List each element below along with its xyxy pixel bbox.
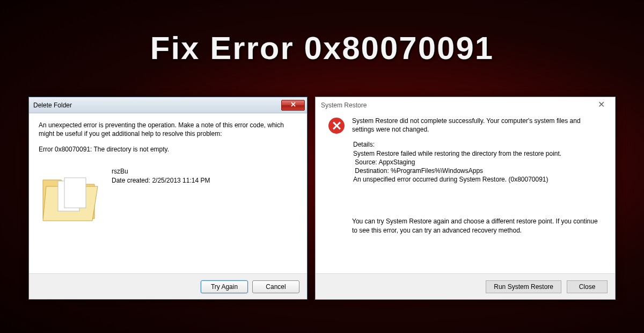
dialog-title: Delete Folder — [33, 102, 281, 109]
close-button[interactable]: ✕ — [281, 100, 305, 111]
titlebar: Delete Folder ✕ — [29, 97, 307, 113]
error-code-text: Error 0x80070091: The directory is not e… — [39, 146, 297, 153]
error-intro-text: An unexpected error is preventing the op… — [39, 121, 297, 138]
dialog-footer: Run System Restore Close — [316, 273, 615, 299]
detail-destination: Destination: %ProgramFiles%\WindowsApps — [352, 166, 602, 175]
detail-error: An unspecified error occurred during Sys… — [352, 175, 602, 184]
svg-rect-1 — [64, 178, 86, 208]
delete-folder-dialog: Delete Folder ✕ An unexpected error is p… — [28, 97, 308, 300]
detail-source: Source: AppxStaging — [352, 158, 602, 166]
dialog-title: System Restore — [321, 102, 590, 109]
close-button[interactable]: ✕ — [590, 99, 612, 112]
detail-line: System Restore failed while restoring th… — [352, 149, 602, 158]
close-button[interactable]: Close — [567, 280, 608, 293]
dialog-body: An unexpected error is preventing the op… — [29, 113, 307, 273]
retry-message: You can try System Restore again and cho… — [352, 217, 602, 234]
page-heading: Fix Error 0x80070091 — [0, 30, 644, 67]
details-label: Details: — [352, 140, 602, 149]
details-block: Details: System Restore failed while res… — [352, 140, 602, 184]
system-restore-dialog: System Restore ✕ System Restore did not … — [315, 97, 616, 300]
try-again-button[interactable]: Try Again — [201, 280, 248, 293]
error-icon — [328, 118, 345, 134]
dialog-body: System Restore did not complete successf… — [316, 113, 615, 273]
run-system-restore-button[interactable]: Run System Restore — [486, 280, 561, 293]
titlebar: System Restore ✕ — [316, 97, 615, 113]
file-name: rszBu — [112, 167, 210, 176]
file-date: Date created: 2/25/2013 11:14 PM — [112, 176, 210, 185]
folder-icon — [39, 165, 103, 229]
error-main-text: System Restore did not complete successf… — [352, 117, 602, 134]
file-row: rszBu Date created: 2/25/2013 11:14 PM — [39, 165, 297, 229]
file-info: rszBu Date created: 2/25/2013 11:14 PM — [112, 165, 210, 185]
dialog-footer: Try Again Cancel — [29, 273, 307, 299]
cancel-button[interactable]: Cancel — [252, 280, 299, 293]
